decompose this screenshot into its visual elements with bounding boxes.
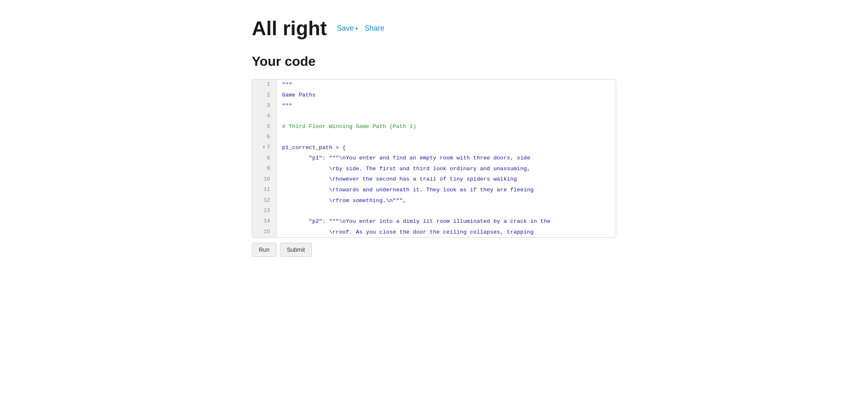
- line-number: ▾7: [252, 142, 277, 153]
- line-number: 10: [252, 174, 277, 185]
- line-content: \rhowever the second has a trail of tiny…: [277, 174, 616, 185]
- line-content: [277, 206, 616, 216]
- line-number: 2: [252, 90, 277, 101]
- code-line-row: 6: [252, 132, 616, 142]
- code-line-row: 5# Third Floor Winning Game Path (Path 1…: [252, 121, 616, 132]
- line-content: "p1": """\nYou enter and find an empty r…: [277, 153, 616, 164]
- code-editor: 1"""2Game Paths3"""45# Third Floor Winni…: [252, 79, 616, 238]
- code-line-row: 13: [252, 206, 616, 216]
- code-line-row: 10 \rhowever the second has a trail of t…: [252, 174, 616, 185]
- code-line-row: 3""": [252, 101, 616, 111]
- code-line-row: 2Game Paths: [252, 90, 616, 101]
- code-line-row: 12 \rfrom something.\n""",: [252, 195, 616, 206]
- code-line-row: 8 "p1": """\nYou enter and find an empty…: [252, 153, 616, 164]
- line-number: 13: [252, 206, 277, 216]
- code-line-row: 14 "p2": """\nYou enter into a dimly lit…: [252, 216, 616, 227]
- line-number: 9: [252, 164, 277, 174]
- page-container: All right Save ▾ Share Your code 1"""2Ga…: [186, 0, 682, 273]
- share-button[interactable]: Share: [364, 22, 384, 34]
- line-content: \rby side. The first and third look ordi…: [277, 164, 616, 174]
- line-content: Game Paths: [277, 90, 616, 101]
- code-line-row: 15 \rroof. As you close the door the cei…: [252, 227, 616, 238]
- code-line-row: 9 \rby side. The first and third look or…: [252, 164, 616, 174]
- line-number: 4: [252, 111, 277, 121]
- line-content: [277, 111, 616, 121]
- code-lines-container: 1"""2Game Paths3"""45# Third Floor Winni…: [252, 80, 616, 238]
- header-actions: Save ▾ Share: [337, 22, 384, 34]
- save-button[interactable]: Save ▾: [337, 22, 358, 34]
- collapse-arrow-icon[interactable]: ▾: [263, 144, 265, 151]
- line-content: p1_correct_path = {: [277, 142, 616, 153]
- line-number: 8: [252, 153, 277, 164]
- code-line-row: 1""": [252, 80, 616, 90]
- line-content: "p2": """\nYou enter into a dimly lit ro…: [277, 216, 616, 227]
- line-number: 1: [252, 80, 277, 90]
- section-title: Your code: [252, 54, 616, 69]
- line-content: [277, 132, 616, 142]
- line-number: 5: [252, 121, 277, 132]
- line-number: 6: [252, 132, 277, 142]
- save-label: Save: [337, 24, 354, 33]
- line-content: \rroof. As you close the door the ceilin…: [277, 227, 616, 238]
- code-line-row: 4: [252, 111, 616, 121]
- page-title: All right: [252, 17, 327, 41]
- line-number: 15: [252, 227, 277, 238]
- bottom-bar: Run Submit: [252, 243, 616, 257]
- line-number: 12: [252, 195, 277, 206]
- line-number: 11: [252, 185, 277, 195]
- code-line-row: 11 \rtowards and underneath it. They loo…: [252, 185, 616, 195]
- run-button[interactable]: Run: [252, 243, 277, 257]
- submit-button[interactable]: Submit: [280, 243, 312, 257]
- line-content: """: [277, 80, 616, 90]
- line-content: """: [277, 101, 616, 111]
- line-content: # Third Floor Winning Game Path (Path 1): [277, 121, 616, 132]
- line-content: \rtowards and underneath it. They look a…: [277, 185, 616, 195]
- line-number: 3: [252, 101, 277, 111]
- chevron-down-icon: ▾: [355, 26, 358, 31]
- line-number: 14: [252, 216, 277, 227]
- line-content: \rfrom something.\n""",: [277, 195, 616, 206]
- header-row: All right Save ▾ Share: [252, 17, 616, 41]
- code-line-row: ▾7p1_correct_path = {: [252, 142, 616, 153]
